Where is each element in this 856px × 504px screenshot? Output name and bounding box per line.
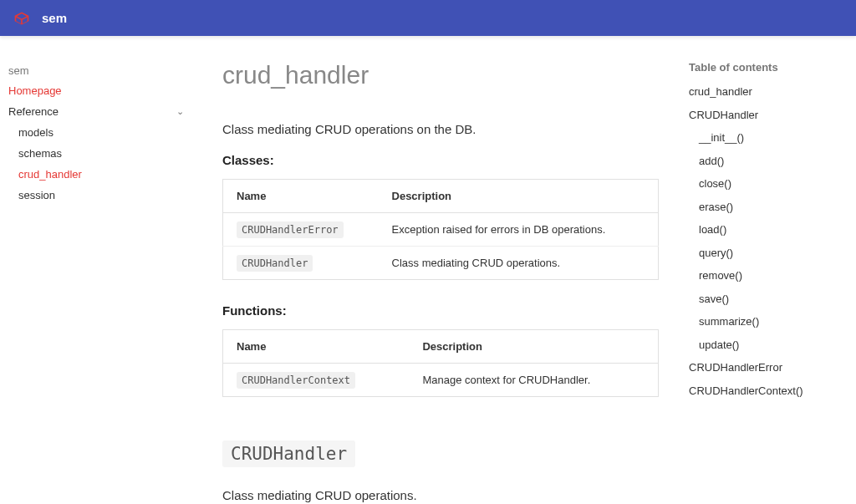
nav-session[interactable]: session: [18, 185, 184, 206]
toc-load[interactable]: load(): [699, 218, 848, 242]
nav-reference[interactable]: Reference ⌄: [8, 101, 184, 122]
nav-reference-children: models schemas crud_handler session: [8, 122, 184, 206]
toc-summarize[interactable]: summarize(): [699, 310, 848, 333]
toc-crud-handler[interactable]: crud_handler: [689, 80, 848, 104]
function-name[interactable]: CRUDHandlerContext: [237, 372, 355, 389]
functions-table: Name Description CRUDHandlerContext Mana…: [222, 329, 659, 397]
sidebar-nav: sem Homepage Reference ⌄ models schemas …: [0, 36, 192, 504]
section-crudhandler-intro: Class mediating CRUD operations.: [222, 486, 659, 504]
logo-icon[interactable]: [13, 10, 30, 27]
page-title: crud_handler: [222, 61, 659, 89]
class-desc: Class mediating CRUD operations.: [379, 247, 659, 280]
toc-crudhandlercontext[interactable]: CRUDHandlerContext(): [689, 379, 848, 403]
nav-schemas[interactable]: schemas: [18, 143, 184, 164]
table-row: CRUDHandlerError Exception raised for er…: [223, 213, 659, 247]
class-desc: Exception raised for errors in DB operat…: [379, 213, 659, 247]
toc-close[interactable]: close(): [699, 172, 848, 196]
table-row: CRUDHandler Class mediating CRUD operati…: [223, 247, 659, 280]
th-name: Name: [223, 180, 379, 213]
nav-models[interactable]: models: [18, 122, 184, 143]
table-of-contents: Table of contents crud_handler CRUDHandl…: [689, 36, 856, 504]
toc-init[interactable]: __init__(): [699, 126, 848, 150]
main-content: crud_handler Class mediating CRUD operat…: [192, 36, 689, 504]
toc-crudhandler-class[interactable]: CRUDHandler: [689, 104, 848, 127]
toc-title: Table of contents: [689, 61, 848, 74]
class-name[interactable]: CRUDHandler: [237, 255, 313, 272]
toc-update[interactable]: update(): [699, 333, 848, 357]
th-description: Description: [379, 180, 659, 213]
table-row: CRUDHandlerContext Manage context for CR…: [223, 364, 659, 397]
header: sem: [0, 0, 856, 36]
nav-project-title: sem: [8, 61, 184, 80]
nav-homepage[interactable]: Homepage: [8, 80, 184, 101]
toc-add[interactable]: add(): [699, 150, 848, 173]
toc-query[interactable]: query(): [699, 242, 848, 265]
classes-table: Name Description CRUDHandlerError Except…: [222, 179, 659, 280]
th-name: Name: [223, 330, 410, 364]
nav-crud-handler[interactable]: crud_handler: [18, 164, 184, 185]
site-title[interactable]: sem: [42, 11, 67, 25]
toc-crudhandlererror[interactable]: CRUDHandlerError: [689, 356, 848, 379]
chevron-down-icon: ⌄: [176, 106, 184, 117]
page-intro: Class mediating CRUD operations on the D…: [222, 120, 659, 140]
toc-save[interactable]: save(): [699, 288, 848, 311]
nav-reference-label: Reference: [8, 105, 59, 118]
section-crudhandler-heading: CRUDHandler: [222, 440, 355, 467]
class-name[interactable]: CRUDHandlerError: [237, 221, 344, 238]
function-desc: Manage context for CRUDHandler.: [409, 364, 658, 397]
th-description: Description: [409, 330, 658, 364]
functions-heading: Functions:: [222, 303, 659, 318]
toc-remove[interactable]: remove(): [699, 264, 848, 288]
layout: sem Homepage Reference ⌄ models schemas …: [0, 36, 856, 504]
classes-heading: Classes:: [222, 153, 659, 167]
toc-erase[interactable]: erase(): [699, 196, 848, 219]
